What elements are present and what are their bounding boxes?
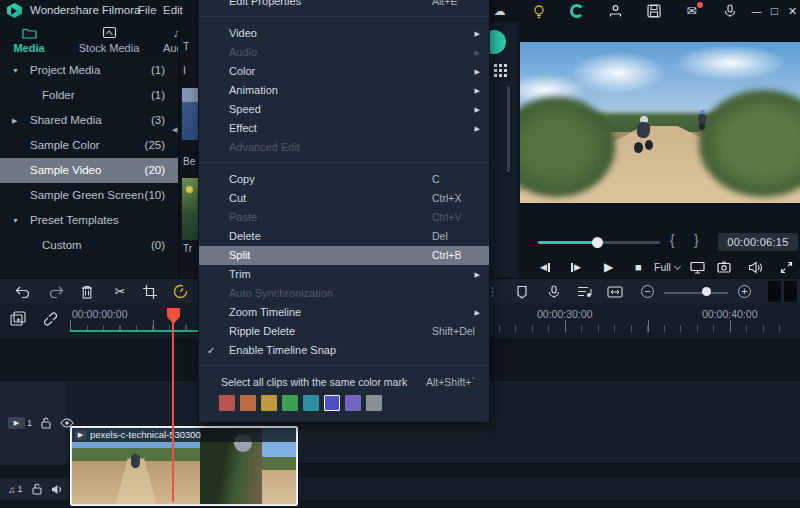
menu-item-video[interactable]: Video▶ (199, 24, 489, 43)
color-swatch[interactable] (219, 395, 235, 411)
previous-frame-button[interactable]: ◀ (540, 262, 551, 272)
sidebar-item-sample-video[interactable]: Sample Video(20) (0, 158, 178, 183)
sidebar-item-sample-color[interactable]: Sample Color(25) (0, 133, 178, 158)
lock-icon[interactable] (41, 417, 51, 429)
zoom-in-icon[interactable]: + (738, 285, 751, 298)
sidebar-item-label: Project Media (30, 58, 100, 83)
volume-icon[interactable] (748, 261, 763, 274)
timeline-zoom-slider[interactable] (664, 292, 728, 294)
snapshot-camera-icon[interactable] (717, 261, 731, 273)
menu-item-delete[interactable]: DeleteDel (199, 227, 489, 246)
split-scissors-icon[interactable]: ✂ (110, 282, 130, 301)
speaker-icon[interactable] (51, 484, 64, 495)
next-frame-button[interactable]: ▶ (570, 262, 581, 272)
menu-item-select-all-clips-with-the-same-color-mark[interactable]: Select all clips with the same color mar… (199, 373, 489, 392)
item-count: (25) (145, 133, 165, 158)
mark-in-icon[interactable]: { (670, 232, 675, 248)
menu-item-enable-timeline-snap[interactable]: ✓Enable Timeline Snap (199, 341, 489, 360)
color-swatch[interactable] (261, 395, 277, 411)
redo-icon[interactable] (47, 282, 67, 301)
audio-track-icon: ♫1 (8, 484, 23, 495)
mark-out-icon[interactable]: } (694, 232, 699, 248)
sidebar-item-shared-media[interactable]: ▶Shared Media(3) (0, 108, 178, 133)
media-thumbnail-sliver[interactable] (182, 178, 198, 240)
display-device-icon[interactable] (690, 261, 705, 274)
menu-item-ripple-delete[interactable]: Ripple DeleteShift+Del (199, 322, 489, 341)
manage-tracks-icon[interactable] (8, 309, 28, 328)
menu-item-zoom-timeline[interactable]: Zoom Timeline▶ (199, 303, 489, 322)
media-scrollbar[interactable] (507, 86, 510, 172)
expander-icon[interactable]: ▼ (12, 58, 24, 83)
save-icon[interactable] (645, 3, 662, 19)
sidebar-item-project-media[interactable]: ▼Project Media(1) (0, 58, 178, 83)
submenu-arrow-icon: ▶ (475, 62, 480, 81)
close-button[interactable]: ✕ (784, 3, 800, 19)
expander-icon[interactable]: ▼ (12, 208, 24, 233)
fit-select[interactable]: Full (654, 261, 680, 273)
menu-item-split[interactable]: SplitCtrl+B (199, 246, 489, 265)
menu-item-edit-properties[interactable]: Edit PropertiesAlt+E (199, 0, 489, 11)
zoom-out-icon[interactable]: − (641, 285, 654, 298)
fullscreen-icon[interactable] (780, 261, 793, 274)
seek-fill (538, 241, 597, 244)
delete-trash-icon[interactable] (77, 282, 97, 301)
submenu-arrow-icon: ▶ (475, 119, 480, 138)
sidebar-item-preset-templates[interactable]: ▼Preset Templates (0, 208, 178, 233)
expander-icon[interactable]: ▶ (12, 108, 24, 133)
speed-icon[interactable] (170, 282, 190, 301)
account-icon[interactable] (607, 3, 624, 19)
microphone-title-icon[interactable] (721, 3, 738, 19)
chevron-down-icon (674, 262, 681, 269)
color-swatch[interactable] (324, 395, 340, 411)
menu-item-animation[interactable]: Animation▶ (199, 81, 489, 100)
timeline-zoom-thumb[interactable] (702, 287, 711, 296)
grid-view-icon[interactable] (494, 64, 507, 77)
sidebar-item-folder[interactable]: Folder(1) (0, 83, 178, 108)
color-swatch[interactable] (240, 395, 256, 411)
minimize-button[interactable]: — (748, 3, 765, 19)
audio-track-header: ♫1 (0, 478, 66, 500)
seek-thumb[interactable] (592, 237, 603, 248)
color-swatch[interactable] (282, 395, 298, 411)
item-count: (10) (145, 183, 165, 208)
submenu-arrow-icon: ▶ (475, 303, 480, 322)
sidebar-item-sample-green-screen[interactable]: Sample Green Screen(10) (0, 183, 178, 208)
headset-icon[interactable] (568, 3, 585, 19)
tab-t-partial[interactable]: T (183, 40, 189, 52)
seek-bar[interactable] (538, 241, 660, 244)
menu-item-color[interactable]: Color▶ (199, 62, 489, 81)
menu-item-copy[interactable]: CopyC (199, 170, 489, 189)
color-swatch[interactable] (303, 395, 319, 411)
menu-item-cut[interactable]: CutCtrl+X (199, 189, 489, 208)
record-voiceover-icon[interactable] (544, 282, 564, 301)
collapse-arrow-icon[interactable]: ◀ (172, 126, 177, 134)
menu-item-shortcut: Alt+Shift+` (426, 373, 475, 392)
color-swatch[interactable] (345, 395, 361, 411)
media-thumbnail-sliver[interactable] (182, 88, 198, 140)
crop-icon[interactable] (140, 282, 160, 301)
track-size-button[interactable] (784, 281, 797, 302)
fit-timeline-icon[interactable] (605, 282, 625, 301)
marker-icon[interactable] (512, 282, 532, 301)
lightbulb-icon[interactable] (530, 3, 547, 19)
tab-media[interactable]: Media (0, 25, 61, 54)
tab-stock-media[interactable]: Stock Media (70, 25, 148, 54)
link-icon[interactable] (40, 309, 60, 328)
menu-edit[interactable]: Edit (163, 4, 183, 16)
stop-button[interactable]: ■ (635, 261, 642, 273)
menu-item-speed[interactable]: Speed▶ (199, 100, 489, 119)
timeline-clip[interactable]: ▶ pexels-c-technical-530300 (70, 426, 298, 506)
thumb1-label-partial: Be (183, 156, 195, 167)
menu-file[interactable]: File (138, 4, 157, 16)
color-swatch[interactable] (366, 395, 382, 411)
play-button[interactable]: ▶ (604, 260, 613, 274)
undo-icon[interactable] (12, 282, 32, 301)
cloud-icon[interactable]: ☁ (491, 3, 508, 19)
audio-mixer-icon[interactable] (574, 282, 594, 301)
track-size-button[interactable] (768, 281, 781, 302)
lock-icon[interactable] (32, 483, 42, 495)
maximize-button[interactable]: □ (766, 3, 783, 19)
menu-item-trim[interactable]: Trim▶ (199, 265, 489, 284)
sidebar-item-custom[interactable]: Custom(0) (0, 233, 178, 258)
menu-item-effect[interactable]: Effect▶ (199, 119, 489, 138)
